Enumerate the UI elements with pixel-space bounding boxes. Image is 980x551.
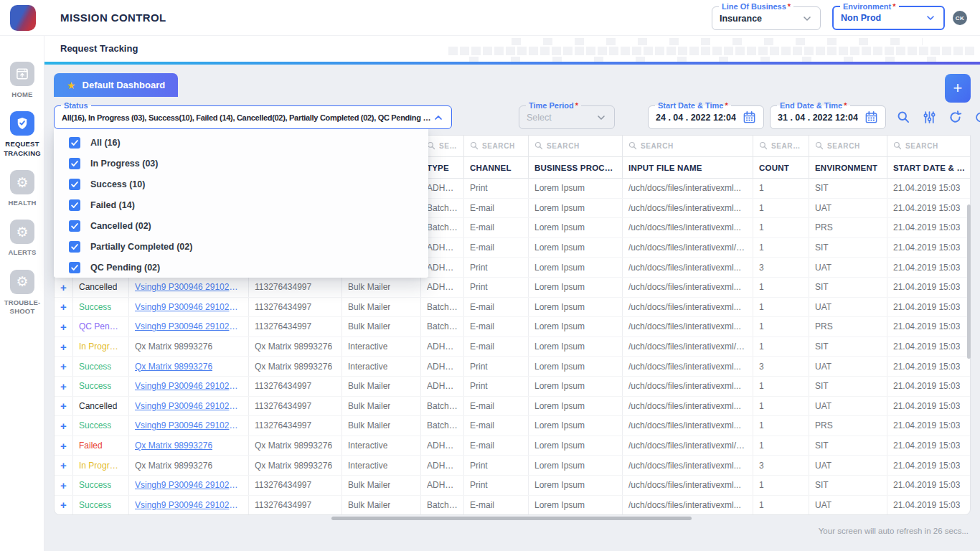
request-name-link[interactable]: Vsingh9 P300946 29102847... bbox=[135, 480, 242, 490]
history-refresh-icon[interactable] bbox=[972, 109, 980, 126]
request-name-link[interactable]: Qx Matrix 98993276 bbox=[135, 362, 212, 372]
channel-text: Print bbox=[470, 282, 488, 292]
horizontal-scrollbar-thumb[interactable] bbox=[331, 517, 692, 520]
start-date-field[interactable]: Start Date & Time* 24 . 04 . 2022 12:04 bbox=[648, 105, 764, 129]
avatar[interactable]: CK bbox=[953, 11, 967, 25]
tab-default-dashboard[interactable]: ★ Default Dashboard bbox=[54, 73, 178, 97]
checkbox-checked-icon[interactable] bbox=[69, 158, 80, 169]
calendar-icon[interactable] bbox=[743, 110, 756, 124]
calendar-icon[interactable] bbox=[864, 110, 878, 124]
expand-row-button[interactable]: + bbox=[60, 301, 67, 313]
search-icon bbox=[628, 140, 641, 153]
sidebar-item-trouble-shoot[interactable]: ⚙TROUBLE-SHOOT bbox=[0, 270, 44, 316]
request-name-link[interactable]: Vsingh9 P300946 29102847... bbox=[135, 500, 242, 510]
cell-name: Qx Matrix 98993276 bbox=[129, 436, 249, 456]
status-text: QC Pending bbox=[79, 321, 123, 331]
status-option-partially-completed-02[interactable]: Partially Completed (02) bbox=[54, 236, 428, 257]
status-option-failed-14[interactable]: Failed (14) bbox=[54, 194, 428, 215]
sidebar-item-request-tracking[interactable]: REQUEST TRACKING bbox=[0, 111, 44, 158]
checkbox-checked-icon[interactable] bbox=[69, 220, 80, 232]
channel-search-input[interactable] bbox=[482, 142, 522, 150]
environment-text: PRS bbox=[815, 222, 833, 232]
cell-input_file_name: /uch/docs/files/interativexml... bbox=[623, 199, 753, 218]
status-filter-dropdown: All (16)In Progress (03)Success (10)Fail… bbox=[54, 128, 428, 278]
cell-count: 1 bbox=[753, 179, 809, 198]
status-option-all-16[interactable]: All (16) bbox=[54, 132, 428, 153]
sidebar-item-health[interactable]: ⚙HEALTH bbox=[0, 170, 44, 207]
checkbox-checked-icon[interactable] bbox=[69, 179, 80, 190]
request-name-link[interactable]: Vsingh9 P300946 29102847... bbox=[135, 321, 242, 331]
checkbox-checked-icon[interactable] bbox=[69, 241, 80, 253]
status-text: Success bbox=[79, 480, 111, 490]
cell-count: 1 bbox=[753, 476, 809, 495]
cell-input_file_name: /uch/docs/files/interativexml... bbox=[623, 218, 753, 237]
status-option-success-10[interactable]: Success (10) bbox=[54, 174, 428, 194]
expand-row-button[interactable]: + bbox=[60, 499, 67, 511]
search-icon bbox=[534, 140, 547, 153]
search-icon[interactable] bbox=[895, 109, 912, 126]
time-period-placeholder: Select bbox=[527, 113, 552, 123]
cell-business_process: Lorem Ipsum bbox=[529, 436, 623, 456]
request-name-text: Qx Matrix 98993276 bbox=[135, 342, 212, 352]
request-name-link[interactable]: Vsingh9 P300946 29102847... bbox=[135, 381, 242, 391]
table-row: +SuccessQx Matrix 98993276Qx Matrix 9899… bbox=[55, 357, 970, 377]
line-of-business-select[interactable]: Line Of Business* Insurance bbox=[712, 6, 821, 30]
request-name-link[interactable]: Vsingh9 P300946 29102847... bbox=[135, 302, 242, 312]
cell-input_file_name: /uch/docs/files/interativexml... bbox=[623, 278, 753, 297]
cell-name: Qx Matrix 98993276 bbox=[129, 337, 249, 357]
checkbox-checked-icon[interactable] bbox=[69, 199, 80, 211]
cell-input_file_name: /uch/docs/files/interativexml... bbox=[623, 397, 753, 416]
input_file_name-text: /uch/docs/files/interativexml... bbox=[628, 401, 741, 411]
count-text: 1 bbox=[759, 401, 764, 411]
vertical-scrollbar-thumb[interactable] bbox=[967, 204, 971, 359]
product-text: Bulk Mailer bbox=[348, 480, 390, 490]
cell-channel: E-mail bbox=[464, 436, 529, 456]
request-name-link[interactable]: Qx Matrix 98993276 bbox=[135, 441, 212, 451]
start_date-text: 21.04.2019 15:03 bbox=[893, 302, 960, 312]
status-option-label: Failed (14) bbox=[90, 200, 135, 210]
sidebar-item-alerts[interactable]: ⚙ALERTS bbox=[0, 220, 44, 257]
expand-row-button[interactable]: + bbox=[60, 479, 67, 491]
count-text: 3 bbox=[759, 362, 764, 372]
expand-row-button[interactable]: + bbox=[60, 420, 67, 432]
checkbox-checked-icon[interactable] bbox=[69, 137, 80, 149]
type-text: ADHOC bbox=[427, 381, 458, 391]
refresh-icon[interactable] bbox=[946, 109, 963, 126]
end-date-field[interactable]: End Date & Time* 31 . 04 . 2022 12:04 bbox=[770, 105, 886, 129]
environment-search-input[interactable] bbox=[827, 142, 881, 150]
status-option-cancelled-02[interactable]: Cancelled (02) bbox=[54, 215, 428, 236]
expand-row-button[interactable]: + bbox=[60, 281, 67, 293]
input_file_name-search-input[interactable] bbox=[641, 142, 747, 150]
status-filter-select[interactable]: Status All(16), In Progress (03), Succes… bbox=[54, 105, 452, 129]
request-name-link[interactable]: Vsingh9 P300946 29102847... bbox=[135, 282, 242, 292]
status-option-qc-pending-02[interactable]: QC Pending (02) bbox=[54, 257, 428, 278]
cell-channel: Print bbox=[464, 278, 529, 297]
expand-row-button[interactable]: + bbox=[60, 459, 67, 471]
cell-business_process: Lorem Ipsum bbox=[529, 337, 623, 357]
expand-row-button[interactable]: + bbox=[60, 440, 67, 452]
cell-channel: E-mail bbox=[464, 298, 529, 317]
table-row: +SuccessVsingh9 P300946 29102847...11327… bbox=[55, 496, 970, 516]
start_date-text: 21.04.2019 15:03 bbox=[893, 441, 960, 451]
business_process-search-input[interactable] bbox=[547, 142, 616, 150]
add-dashboard-button[interactable]: + bbox=[945, 74, 971, 103]
filter-sliders-icon[interactable] bbox=[920, 109, 938, 126]
count-search-input[interactable] bbox=[771, 142, 803, 150]
expand-row-button[interactable]: + bbox=[60, 380, 67, 392]
expand-row-button[interactable]: + bbox=[60, 321, 67, 333]
checkbox-checked-icon[interactable] bbox=[69, 262, 80, 273]
status-option-in-progress-03[interactable]: In Progress (03) bbox=[54, 153, 428, 174]
type-search-input[interactable] bbox=[439, 142, 458, 150]
environment-select[interactable]: Environment* Non Prod bbox=[832, 6, 945, 30]
request-name-link[interactable]: Vsingh9 P300946 29102847... bbox=[135, 420, 242, 430]
expand-row-button[interactable]: + bbox=[60, 341, 67, 353]
start_date-search-input[interactable] bbox=[905, 142, 965, 150]
time-period-select[interactable]: Time Period* Select bbox=[519, 105, 615, 129]
expand-row-button[interactable]: + bbox=[60, 360, 67, 372]
cell-start_date: 21.04.2019 15:03 bbox=[887, 298, 970, 317]
expand-row-button[interactable]: + bbox=[60, 400, 67, 412]
request-name-link[interactable]: Vsingh9 P300946 29102847... bbox=[135, 401, 242, 411]
product-text: Interactive bbox=[348, 441, 387, 451]
sidebar-item-home[interactable]: HOME bbox=[0, 62, 44, 99]
cell-count: 1 bbox=[753, 436, 809, 456]
